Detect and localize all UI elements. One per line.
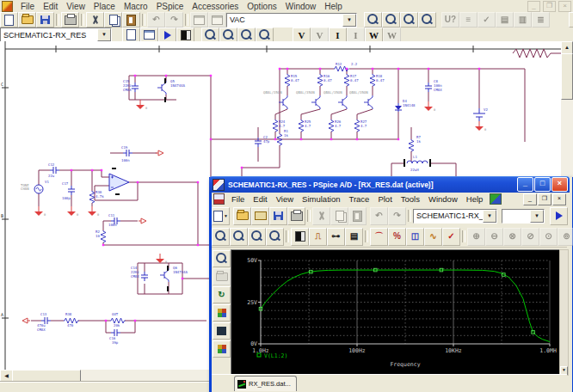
mdi-close-button[interactable]: × bbox=[552, 193, 566, 205]
pspice-menu-item-trace[interactable]: Trace bbox=[344, 193, 373, 205]
pspice-title-bar[interactable]: SCHEMATIC1-RX_RES - PSpice A/D - [RX_RES… bbox=[209, 176, 570, 193]
simulation-combo[interactable]: SCHEMATIC1-RX_RES▼ bbox=[413, 209, 497, 224]
copy-button[interactable] bbox=[104, 12, 122, 28]
zoom-all-button[interactable] bbox=[418, 12, 436, 28]
menu-item-options[interactable]: Options bbox=[243, 1, 280, 12]
pspice-menu-item-help[interactable]: Help bbox=[462, 193, 488, 205]
paste-button[interactable] bbox=[122, 12, 140, 28]
pspice-menu-item-simulation[interactable]: Simulation bbox=[298, 193, 344, 205]
zoom-area-button[interactable] bbox=[400, 12, 418, 28]
output-file-button[interactable]: ▤ bbox=[345, 228, 363, 246]
zoom-in-button[interactable] bbox=[212, 228, 230, 246]
annotate-button[interactable]: U? bbox=[441, 12, 459, 28]
vscroll-thumb[interactable] bbox=[561, 53, 573, 100]
log-x-axis-button[interactable]: ⊶ bbox=[327, 228, 345, 246]
snap-to-grid-button[interactable]: ∴ bbox=[569, 12, 573, 28]
menu-item-window[interactable]: Window bbox=[281, 1, 321, 12]
run-pspice-button[interactable] bbox=[158, 28, 176, 43]
print-button[interactable] bbox=[287, 207, 305, 225]
undo-button[interactable]: ↶ bbox=[147, 12, 165, 28]
pspice-menu-item-tools[interactable]: Tools bbox=[397, 193, 424, 205]
scroll-left-arrow[interactable]: ◀ bbox=[0, 370, 13, 382]
child-close-button[interactable]: × bbox=[558, 1, 571, 12]
new-document-button[interactable] bbox=[0, 12, 18, 28]
power-dissipation-marker-button[interactable]: W bbox=[383, 28, 401, 43]
back-annotate-button[interactable]: ≡ bbox=[459, 12, 478, 28]
fft-button[interactable]: ⎍ bbox=[309, 228, 327, 246]
mdi-minimize-button[interactable]: _ bbox=[523, 193, 537, 205]
zoom-area-button[interactable] bbox=[248, 228, 266, 246]
copy-button[interactable] bbox=[330, 207, 348, 225]
current-marker-button[interactable]: I bbox=[329, 28, 347, 43]
chevron-down-icon[interactable]: ▼ bbox=[483, 210, 496, 223]
zoom-to-region-button[interactable] bbox=[237, 28, 256, 43]
cursor-slope-button[interactable]: ⊗ bbox=[503, 228, 521, 246]
append-file-button[interactable] bbox=[251, 207, 269, 225]
redo-button[interactable]: ↷ bbox=[165, 12, 183, 28]
chevron-down-icon[interactable]: ▼ bbox=[342, 14, 356, 27]
current-into-pin-marker-button[interactable]: I bbox=[347, 28, 365, 43]
tile-window-button[interactable] bbox=[190, 12, 208, 28]
open-document-button[interactable] bbox=[18, 12, 36, 28]
pspice-menu-item-view[interactable]: View bbox=[272, 193, 298, 205]
menu-item-edit[interactable]: Edit bbox=[39, 1, 62, 12]
cut-button[interactable] bbox=[312, 207, 330, 225]
maximize-button[interactable]: □ bbox=[534, 177, 551, 192]
zoom-fit-button[interactable] bbox=[266, 228, 284, 246]
open-button[interactable] bbox=[233, 207, 251, 225]
create-netlist-button[interactable]: ▤ bbox=[496, 12, 514, 28]
simulation-profile-combo[interactable]: SCHEMATIC1-RX_RES▼ bbox=[0, 28, 112, 42]
run-button[interactable] bbox=[550, 207, 568, 225]
cursor-trough-button[interactable]: ⊖ bbox=[485, 228, 503, 246]
examine-output-button[interactable] bbox=[213, 250, 231, 267]
menu-item-help[interactable]: Help bbox=[320, 1, 347, 12]
zoom-out-button[interactable] bbox=[382, 12, 400, 28]
plot-axis-settings-button[interactable]: ◫ bbox=[406, 228, 424, 246]
design-rules-check-button[interactable]: ✓ bbox=[478, 12, 496, 28]
zoom-fit-button[interactable] bbox=[256, 28, 274, 43]
zoom-out-button[interactable] bbox=[230, 228, 248, 246]
cursor-min-button[interactable]: ⊘ bbox=[521, 228, 539, 246]
menu-item-view[interactable]: View bbox=[62, 1, 89, 12]
close-button[interactable]: × bbox=[551, 177, 568, 192]
menu-item-place[interactable]: Place bbox=[89, 1, 120, 12]
undo-button[interactable]: ↶ bbox=[370, 207, 388, 225]
hscroll-thumb[interactable] bbox=[12, 370, 81, 382]
child-restore-button[interactable]: ❐ bbox=[543, 1, 556, 12]
view-circuit-file-button[interactable] bbox=[213, 268, 231, 285]
edit-simulation-profile-button[interactable] bbox=[140, 28, 158, 43]
menu-item-pspice[interactable]: PSpice bbox=[152, 1, 188, 12]
simulation-results-button[interactable] bbox=[213, 304, 231, 322]
pspice-menu-item-file[interactable]: File bbox=[227, 193, 249, 205]
zoom-in-button[interactable] bbox=[364, 12, 382, 28]
aux-combo[interactable]: ▼ bbox=[502, 209, 545, 224]
refresh-simulation-button[interactable]: ↻ bbox=[213, 286, 231, 303]
cut-button[interactable] bbox=[86, 12, 104, 28]
zoom-in-button[interactable] bbox=[201, 28, 219, 43]
cursor-max-button[interactable]: ⊙ bbox=[539, 228, 558, 246]
plot-window-button[interactable] bbox=[291, 228, 309, 246]
voltage-differential-marker-button[interactable]: V bbox=[311, 28, 329, 43]
redo-button[interactable]: ↷ bbox=[388, 207, 406, 225]
plot-vscrollbar[interactable]: ▼ bbox=[559, 249, 569, 376]
view-simulation-results-button[interactable] bbox=[176, 28, 194, 43]
chevron-down-icon[interactable]: ▼ bbox=[97, 28, 111, 41]
output-window-button[interactable] bbox=[213, 322, 231, 340]
pspice-menu-item-edit[interactable]: Edit bbox=[249, 193, 271, 205]
chevron-down-icon[interactable]: ▼ bbox=[530, 210, 544, 223]
tab-rx-res-dat[interactable]: RX_RES.dat... bbox=[234, 376, 297, 391]
mdi-restore-button[interactable]: ❐ bbox=[538, 193, 551, 205]
cursor-peak-button[interactable]: ⊕ bbox=[467, 228, 485, 246]
cursor-point-button[interactable]: ⊚ bbox=[558, 228, 573, 246]
evaluate-measurement-button[interactable]: ✓ bbox=[442, 228, 460, 246]
cross-reference-button[interactable]: ▥ bbox=[514, 12, 532, 28]
child-minimize-button[interactable]: _ bbox=[527, 1, 540, 12]
percent-marker-button[interactable]: % bbox=[388, 228, 406, 246]
voltage-level-marker-button[interactable]: V bbox=[293, 28, 311, 43]
menu-item-file[interactable]: File bbox=[16, 1, 39, 12]
pspice-menu-item-plot[interactable]: Plot bbox=[373, 193, 396, 205]
power-marker-button[interactable]: W bbox=[365, 28, 383, 43]
save-document-button[interactable] bbox=[36, 12, 54, 28]
add-trace-button[interactable]: ∿ bbox=[424, 228, 442, 246]
new-button[interactable]: ▼ bbox=[212, 207, 230, 225]
